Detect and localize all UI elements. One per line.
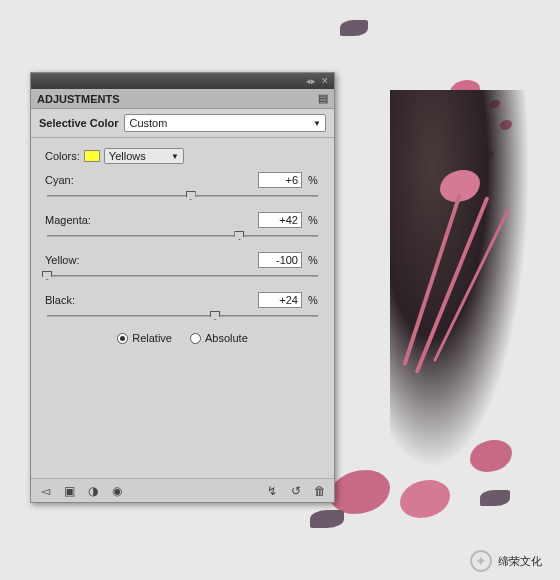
color-swatch (84, 150, 100, 162)
close-icon[interactable]: ✕ (320, 76, 330, 86)
panel-menu-icon[interactable]: ▤ (318, 92, 328, 105)
panel-body: Colors: Yellows ▼ Cyan:+6%Magenta:+42%Ye… (31, 138, 334, 478)
radio-dot-icon (190, 333, 201, 344)
preset-value: Custom (129, 117, 167, 129)
slider-label: Magenta: (45, 214, 252, 226)
slider-group: Black:+24% (45, 292, 320, 322)
slider-group: Cyan:+6% (45, 172, 320, 202)
slider-track[interactable] (47, 230, 318, 242)
percent-label: % (308, 254, 320, 266)
eye-icon[interactable]: ◉ (109, 483, 125, 499)
radio-label: Absolute (205, 332, 248, 344)
watermark-text: 缔荣文化 (498, 554, 542, 569)
slider-label: Yellow: (45, 254, 252, 266)
slider-value[interactable]: +6 (258, 172, 302, 188)
adjustment-header: Selective Color Custom ▼ (31, 109, 334, 138)
watermark: ✦ 缔荣文化 (470, 550, 542, 572)
slider-value[interactable]: +24 (258, 292, 302, 308)
tab-label: ADJUSTMENTS (37, 93, 120, 105)
percent-label: % (308, 174, 320, 186)
clip-icon[interactable]: ↯ (264, 483, 280, 499)
radio-label: Relative (132, 332, 172, 344)
radio-absolute[interactable]: Absolute (190, 332, 248, 344)
percent-label: % (308, 294, 320, 306)
radio-dot-icon (117, 333, 128, 344)
slider-label: Cyan: (45, 174, 252, 186)
slider-thumb[interactable] (210, 311, 220, 320)
adjustments-panel: ◂▸ ✕ ADJUSTMENTS ▤ Selective Color Custo… (30, 72, 335, 503)
panel-footer: ◅ ▣ ◑ ◉ ↯ ↺ 🗑 (31, 478, 334, 502)
colors-row: Colors: Yellows ▼ (45, 148, 320, 164)
panel-titlebar[interactable]: ◂▸ ✕ (31, 73, 334, 89)
watermark-icon: ✦ (470, 550, 492, 572)
mask-icon[interactable]: ◑ (85, 483, 101, 499)
mode-row: Relative Absolute (45, 332, 320, 350)
panel-tab[interactable]: ADJUSTMENTS ▤ (31, 89, 334, 109)
slider-thumb[interactable] (42, 271, 52, 280)
chevron-down-icon: ▼ (313, 119, 321, 128)
slider-value[interactable]: -100 (258, 252, 302, 268)
slider-track[interactable] (47, 310, 318, 322)
slider-value[interactable]: +42 (258, 212, 302, 228)
collapse-icon[interactable]: ◂▸ (306, 76, 316, 86)
expand-icon[interactable]: ▣ (61, 483, 77, 499)
adjustment-title: Selective Color (39, 117, 118, 129)
preset-dropdown[interactable]: Custom ▼ (124, 114, 326, 132)
colors-dropdown[interactable]: Yellows ▼ (104, 148, 184, 164)
slider-group: Yellow:-100% (45, 252, 320, 282)
slider-group: Magenta:+42% (45, 212, 320, 242)
colors-label: Colors: (45, 150, 80, 162)
back-icon[interactable]: ◅ (37, 483, 53, 499)
slider-track[interactable] (47, 190, 318, 202)
chevron-down-icon: ▼ (171, 152, 179, 161)
trash-icon[interactable]: 🗑 (312, 483, 328, 499)
slider-label: Black: (45, 294, 252, 306)
radio-relative[interactable]: Relative (117, 332, 172, 344)
slider-track[interactable] (47, 270, 318, 282)
slider-thumb[interactable] (186, 191, 196, 200)
percent-label: % (308, 214, 320, 226)
reset-icon[interactable]: ↺ (288, 483, 304, 499)
slider-thumb[interactable] (234, 231, 244, 240)
colors-value: Yellows (109, 150, 146, 162)
